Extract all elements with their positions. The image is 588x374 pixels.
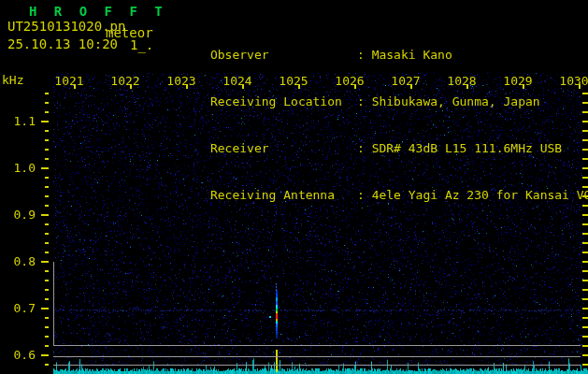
level-band-lines-layer <box>0 0 588 374</box>
level-band-line-0 <box>53 345 581 346</box>
level-band-line-2 <box>53 365 581 366</box>
hrofft-window: H R O F F T UT2510131020.pn meteor 25.10… <box>0 0 588 374</box>
detection-window-left-border <box>53 262 54 345</box>
level-band-line-1 <box>53 356 581 357</box>
